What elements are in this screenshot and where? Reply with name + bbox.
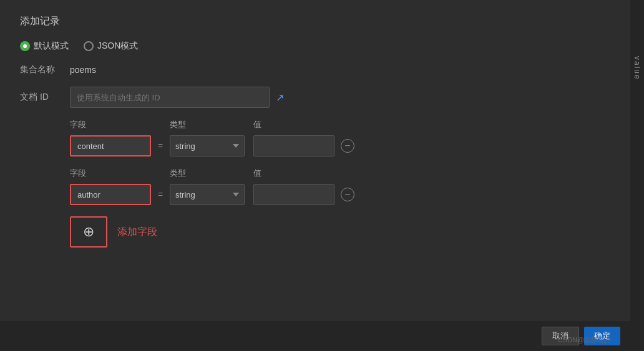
docid-label: 文档 ID (20, 92, 70, 103)
minus-icon: − (344, 141, 350, 151)
watermark: CSDN@叙静花开 (558, 335, 612, 345)
minus-icon2: − (344, 190, 350, 200)
radio-json-circle (84, 41, 94, 51)
value-col-label: 值 (253, 119, 341, 130)
mode-row: 默认模式 JSON模式 (20, 41, 610, 52)
fields-section: 字段 类型 值 = string number boolean object a… (20, 119, 610, 248)
radio-default-circle (20, 41, 30, 51)
bottom-bar: 取消 确定 CSDN@叙静花开 (0, 321, 630, 351)
mode-default-radio[interactable]: 默认模式 (20, 41, 69, 52)
field1-input-row: = string number boolean object array − (70, 135, 610, 156)
add-field-label[interactable]: 添加字段 (117, 226, 157, 239)
field2-name-input[interactable] (70, 184, 151, 205)
external-link-icon[interactable]: ↗ (276, 92, 284, 103)
field2-remove-button[interactable]: − (341, 188, 354, 201)
field-col-label: 字段 (70, 119, 151, 130)
field2-field-col-label: 字段 (70, 168, 151, 179)
docid-input[interactable] (70, 87, 270, 108)
field2-eq: = (151, 190, 170, 200)
add-field-section: ⊕ 添加字段 (70, 216, 610, 248)
field2-type-select[interactable]: string number boolean object array (170, 184, 245, 205)
plus-circle-icon: ⊕ (83, 224, 94, 240)
type-col-label: 类型 (170, 119, 245, 130)
right-panel: value (630, 0, 644, 351)
mode-default-label: 默认模式 (34, 41, 69, 52)
add-field-button[interactable]: ⊕ (70, 216, 107, 248)
field1-name-input[interactable] (70, 135, 151, 156)
field2-header-row: 字段 类型 值 (70, 168, 610, 179)
field1-remove-button[interactable]: − (341, 139, 354, 153)
field1-type-select[interactable]: string number boolean object array (170, 135, 245, 156)
field2-value-input[interactable] (253, 184, 334, 205)
field2-input-row: = string number boolean object array − (70, 184, 610, 205)
field1-header-row: 字段 类型 值 (70, 119, 610, 130)
field2-value-col-label: 值 (253, 168, 341, 179)
field2-type-col-label: 类型 (170, 168, 245, 179)
collection-row: 集合名称 poems (20, 64, 610, 75)
right-panel-text: value (633, 56, 642, 80)
page-title: 添加记录 (20, 15, 610, 28)
field1-eq: = (151, 141, 170, 151)
field1-value-input[interactable] (253, 135, 334, 156)
mode-json-radio[interactable]: JSON模式 (84, 41, 138, 52)
collection-value: poems (70, 65, 96, 75)
mode-json-label: JSON模式 (97, 41, 138, 52)
collection-label: 集合名称 (20, 64, 70, 75)
main-panel: 添加记录 默认模式 JSON模式 集合名称 poems 文档 ID ↗ 字段 类… (0, 0, 630, 351)
docid-row: 文档 ID ↗ (20, 87, 610, 108)
